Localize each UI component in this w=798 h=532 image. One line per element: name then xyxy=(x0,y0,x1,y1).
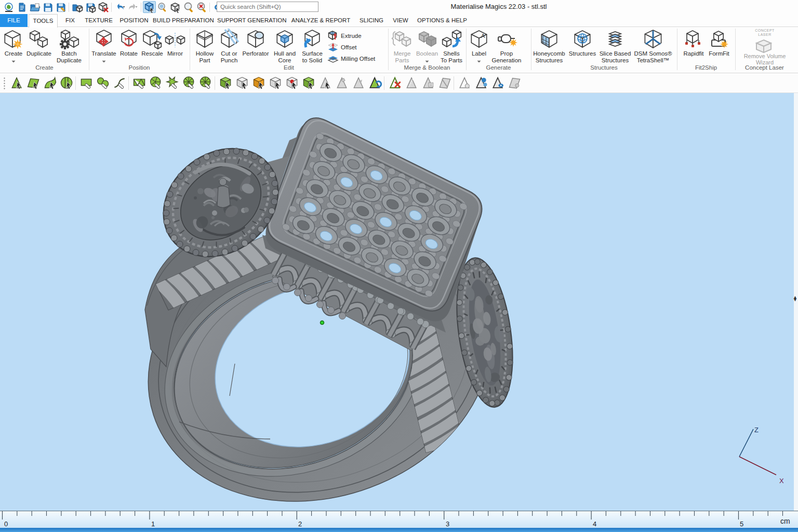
svg-text:2: 2 xyxy=(298,520,302,528)
svg-text:Z: Z xyxy=(754,426,759,434)
svg-text:1: 1 xyxy=(151,520,155,528)
svg-text:A: A xyxy=(481,33,485,39)
svg-text:0: 0 xyxy=(4,520,8,528)
svg-text:X: X xyxy=(779,477,784,485)
svg-text:4: 4 xyxy=(593,520,596,528)
svg-text:3: 3 xyxy=(446,520,449,528)
svg-text:5: 5 xyxy=(740,520,743,528)
svg-text:cm: cm xyxy=(780,517,790,525)
